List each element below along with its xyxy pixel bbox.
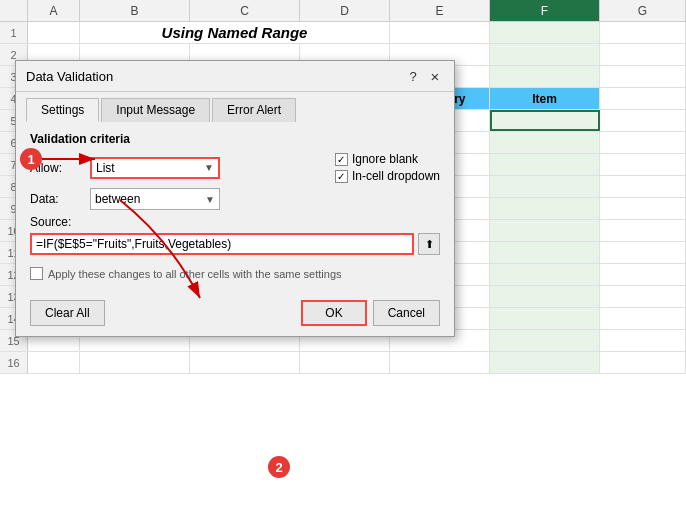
cell-f5[interactable]	[490, 110, 600, 131]
data-label: Data:	[30, 192, 80, 206]
cell-f4[interactable]: Item	[490, 88, 600, 109]
row-num: 16	[0, 352, 28, 373]
cell-g5[interactable]	[600, 110, 686, 131]
source-value: =IF($E$5="Fruits",Fruits,Vegetables)	[36, 237, 231, 251]
ignore-blank-checkbox[interactable]	[335, 153, 348, 166]
ok-button[interactable]: OK	[301, 300, 366, 326]
source-label: Source:	[30, 215, 80, 229]
dialog-title: Data Validation	[26, 69, 113, 84]
badge-2: 2	[268, 456, 290, 478]
cell-g4[interactable]	[600, 88, 686, 109]
apply-checkbox[interactable]	[30, 267, 43, 280]
clear-all-button[interactable]: Clear All	[30, 300, 105, 326]
source-expand-button[interactable]: ⬆	[418, 233, 440, 255]
cell-a1[interactable]	[28, 22, 80, 43]
col-header-g[interactable]: G	[600, 0, 686, 21]
ignore-blank-item: Ignore blank	[335, 152, 440, 166]
tab-settings[interactable]: Settings	[26, 98, 99, 122]
help-button[interactable]: ?	[404, 67, 422, 85]
col-header-a[interactable]: A	[28, 0, 80, 21]
col-header-f[interactable]: F	[490, 0, 600, 21]
table-row: 16	[0, 352, 686, 374]
dialog-titlebar: Data Validation ? ×	[16, 61, 454, 92]
col-header-c[interactable]: C	[190, 0, 300, 21]
ignore-blank-label: Ignore blank	[352, 152, 418, 166]
chevron-down-icon: ▼	[204, 162, 214, 173]
allow-row: Allow: List ▼ Ignore blank In-cell dropd…	[30, 152, 440, 183]
dialog-tabs: Settings Input Message Error Alert	[16, 92, 454, 122]
in-cell-dropdown-checkbox[interactable]	[335, 170, 348, 183]
cell-e1[interactable]	[390, 22, 490, 43]
table-row: 1 Using Named Range	[0, 22, 686, 44]
apply-label: Apply these changes to all other cells w…	[48, 268, 342, 280]
row-num: 1	[0, 22, 28, 43]
corner-cell	[0, 0, 28, 21]
data-validation-dialog: Data Validation ? × Settings Input Messa…	[15, 60, 455, 337]
cell-g1[interactable]	[600, 22, 686, 43]
allow-select[interactable]: List ▼	[90, 157, 220, 179]
cell-f1[interactable]	[490, 22, 600, 43]
cell-f2[interactable]	[490, 44, 600, 65]
in-cell-dropdown-label: In-cell dropdown	[352, 169, 440, 183]
cell-f3[interactable]	[490, 66, 600, 87]
allow-value: List	[96, 161, 115, 175]
badge-1: 1	[20, 148, 42, 170]
col-header-row: A B C D E F G	[0, 0, 686, 22]
cancel-button[interactable]: Cancel	[373, 300, 440, 326]
validation-criteria-label: Validation criteria	[30, 132, 440, 146]
tab-error-alert[interactable]: Error Alert	[212, 98, 296, 122]
cell-b1[interactable]: Using Named Range	[80, 22, 390, 43]
data-select[interactable]: between ▼	[90, 188, 220, 210]
dialog-body: Validation criteria Allow: List ▼ Ignore…	[16, 122, 454, 292]
dialog-footer: Clear All OK Cancel	[16, 292, 454, 336]
source-field-row: Source:	[30, 215, 440, 229]
col-header-d[interactable]: D	[300, 0, 390, 21]
col-header-b[interactable]: B	[80, 0, 190, 21]
tab-input-message[interactable]: Input Message	[101, 98, 210, 122]
data-row: Data: between ▼	[30, 188, 440, 210]
source-input[interactable]: =IF($E$5="Fruits",Fruits,Vegetables)	[30, 233, 414, 255]
col-header-e[interactable]: E	[390, 0, 490, 21]
expand-icon: ⬆	[425, 238, 434, 251]
source-row: =IF($E$5="Fruits",Fruits,Vegetables) ⬆	[30, 233, 440, 255]
checkbox-group: Ignore blank In-cell dropdown	[335, 152, 440, 183]
cell-g2[interactable]	[600, 44, 686, 65]
dialog-title-buttons: ? ×	[404, 67, 444, 85]
data-value: between	[95, 192, 140, 206]
close-button[interactable]: ×	[426, 67, 444, 85]
apply-row: Apply these changes to all other cells w…	[30, 267, 440, 280]
chevron-down-icon-2: ▼	[205, 194, 215, 205]
cell-g3[interactable]	[600, 66, 686, 87]
footer-right-buttons: OK Cancel	[301, 300, 440, 326]
in-cell-dropdown-item: In-cell dropdown	[335, 169, 440, 183]
